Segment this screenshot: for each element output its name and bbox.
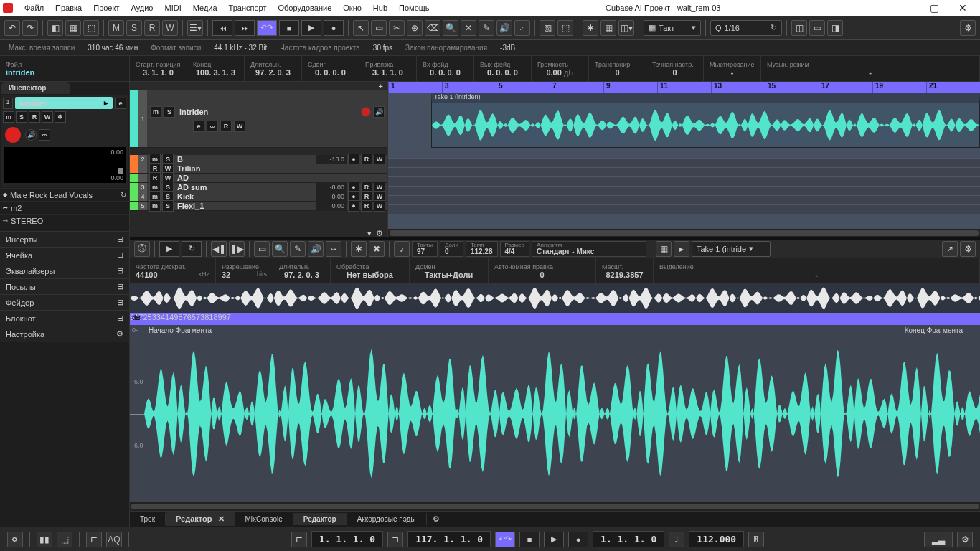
state-button-3[interactable]: ⬚ <box>83 20 99 36</box>
snap-type-button[interactable]: ◫▾ <box>618 20 634 36</box>
record-button[interactable]: ● <box>324 20 344 36</box>
track-row[interactable]: 1 m S intriden 🔊 e ∞ R <box>130 90 387 148</box>
editor-range-tool[interactable]: ▭ <box>254 241 270 257</box>
sync-button[interactable]: ▮▮ <box>37 532 52 547</box>
editor-layout-1[interactable]: ▦ <box>656 241 672 257</box>
nudge-button[interactable]: ⬚ <box>557 20 573 36</box>
settings-icon[interactable]: ⚙ <box>960 20 976 36</box>
volume-value[interactable]: 0.00 <box>546 68 561 77</box>
output-routing[interactable]: ↤STEREO <box>0 214 129 227</box>
transport-power-button[interactable]: ⭘ <box>7 532 23 547</box>
overview-waveform[interactable] <box>130 284 980 313</box>
fader-section[interactable]: Фейдер⊟ <box>0 294 129 310</box>
tempo-field[interactable]: Темп112.28 <box>466 241 498 257</box>
menu-media[interactable]: Медиа <box>187 2 223 14</box>
glue-tool[interactable]: ⊕ <box>407 20 423 36</box>
layout-button-1[interactable]: ◫ <box>791 20 807 36</box>
sends-section[interactable]: Посылы⊟ <box>0 278 129 294</box>
eq-section[interactable]: Эквалайзеры⊟ <box>0 263 129 278</box>
editor-musical-mode[interactable]: ♪ <box>394 241 410 257</box>
lanes-button[interactable]: ∞ <box>39 129 50 141</box>
tab-track[interactable]: Трек <box>130 513 166 525</box>
track-edit-button[interactable]: e <box>193 121 204 132</box>
inspector-track-name[interactable]: intriden▸ <box>15 97 113 109</box>
rec-format-value[interactable]: 44.1 kHz - 32 Bit <box>214 44 267 52</box>
menu-devices[interactable]: Оборудование <box>272 2 337 14</box>
offset-value[interactable]: 0. 0. 0. 0 <box>308 68 353 77</box>
arrange-ruler[interactable]: 13579111315171921 <box>388 82 980 93</box>
locator-right-icon[interactable]: ⊐ <box>387 532 403 547</box>
transport-record[interactable]: ● <box>568 532 588 547</box>
play-button[interactable]: ▶ <box>301 20 321 36</box>
menu-midi[interactable]: MIDI <box>159 2 187 14</box>
menu-hub[interactable]: Hub <box>367 2 393 14</box>
write-all-button[interactable]: W <box>162 20 178 36</box>
end-value[interactable]: 100. 3. 1. 3 <box>193 68 238 77</box>
solo-button[interactable]: S <box>16 111 27 123</box>
transport-stop[interactable]: ■ <box>519 532 540 547</box>
grid-dropdown[interactable]: ▦Такт▾ <box>644 20 701 36</box>
menu-window[interactable]: Окно <box>337 2 367 14</box>
split-tool[interactable]: ✂ <box>389 20 405 36</box>
tempo-icon[interactable]: ♩ <box>669 532 684 547</box>
framerate-value[interactable]: 30 fps <box>373 44 392 52</box>
algorithm-dropdown[interactable]: АлгоритмСтандарт - Микс <box>532 241 646 257</box>
range-tool[interactable]: ▭ <box>371 20 387 36</box>
editor-scrollbar[interactable] <box>131 504 979 509</box>
editor-draw-tool[interactable]: ✎ <box>290 241 306 257</box>
track-mute[interactable]: m <box>150 106 161 118</box>
bars-field[interactable]: Такты97 <box>412 241 438 257</box>
audio-event[interactable]: Take 1 (intriden) <box>431 93 980 148</box>
editor-play-tool[interactable]: 🔊 <box>308 241 324 257</box>
state-button-1[interactable]: ◧ <box>47 20 63 36</box>
tabs-settings-icon[interactable]: ⚙ <box>427 514 446 524</box>
read-all-button[interactable]: R <box>144 20 160 36</box>
undo-button[interactable]: ↶ <box>4 20 20 36</box>
preset-row[interactable]: ◆Male Rock Lead Vocals↻ <box>0 188 129 201</box>
minimize-button[interactable]: — <box>891 2 920 14</box>
input-routing[interactable]: ↦m2 <box>0 201 129 214</box>
inserts-section[interactable]: Инсерты⊟ <box>0 231 129 247</box>
solo-editor-button[interactable]: Ⓢ <box>134 241 150 257</box>
mode-value[interactable]: - <box>767 68 974 77</box>
strip-section[interactable]: Ячейка⊟ <box>0 247 129 263</box>
transport-settings-icon[interactable]: ⚙ <box>957 532 973 547</box>
add-track-button[interactable]: + <box>379 82 383 90</box>
editor-prev-button[interactable]: ◀❚ <box>211 241 227 257</box>
beats-field[interactable]: Доли0 <box>440 241 463 257</box>
track-rec-enable[interactable] <box>361 107 371 117</box>
notepad-section[interactable]: Блокнот⊟ <box>0 310 129 326</box>
menu-project[interactable]: Проект <box>88 2 125 14</box>
mute-button[interactable]: m <box>3 111 14 123</box>
cycle-button[interactable]: ↶↷ <box>257 20 277 36</box>
tab-mixconsole[interactable]: MixConsole <box>235 513 293 525</box>
read-button[interactable]: R <box>29 111 40 123</box>
editor-waveform-area[interactable]: Начало Фрагмента Конец Фрагмента 0- -6.0… <box>130 325 980 502</box>
aq-button[interactable]: AQ <box>106 532 122 547</box>
tab-editor-2[interactable]: Редактор <box>293 513 347 525</box>
inspector-tab[interactable]: Инспектор <box>1 82 70 94</box>
click-button[interactable]: 🎚 <box>748 532 764 547</box>
editor-scrub-tool[interactable]: ↔ <box>326 241 341 257</box>
tab-editor[interactable]: Редактор✕ <box>166 512 235 526</box>
editor-cross-button[interactable]: ✖ <box>369 241 385 257</box>
setup-section[interactable]: Настройка⚙ <box>0 326 129 342</box>
state-button-2[interactable]: ▦ <box>65 20 81 36</box>
fadeout-value[interactable]: 0. 0. 0. 0 <box>480 68 525 77</box>
close-button[interactable]: ✕ <box>948 2 977 14</box>
editor-layout-2[interactable]: ▸ <box>674 241 689 257</box>
freeze-button[interactable]: ❄ <box>55 111 66 123</box>
track-list-collapse[interactable]: ▾ <box>367 229 372 236</box>
open-in-window-button[interactable]: ↗ <box>942 241 958 257</box>
editor-next-button[interactable]: ❚▶ <box>229 241 245 257</box>
maximize-button[interactable]: ▢ <box>920 2 948 14</box>
editor-loop-button[interactable]: ↻ <box>182 241 202 257</box>
editor-zoom-tool[interactable]: 🔍 <box>272 241 288 257</box>
track-lanes-button[interactable]: ∞ <box>207 121 218 132</box>
track-solo[interactable]: S <box>164 106 175 118</box>
quantize-dropdown[interactable]: Q1/16↻ <box>710 20 782 36</box>
solo-all-button[interactable]: S <box>126 20 142 36</box>
left-locator[interactable]: 1. 1. 1. 0 <box>311 531 383 547</box>
length-value[interactable]: 97. 2. 0. 3 <box>250 68 296 77</box>
snap-value[interactable]: 3. 1. 1. 0 <box>365 68 410 77</box>
